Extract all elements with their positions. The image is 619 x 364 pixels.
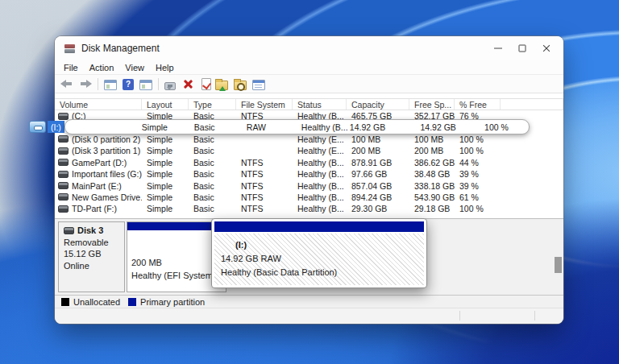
- table-row[interactable]: New Games Drive... Simple Basic NTFS Hea…: [55, 192, 563, 203]
- freespace-cell: 386.62 GB: [409, 158, 455, 168]
- legend-bar: Unallocated Primary partition: [55, 295, 563, 308]
- table-row[interactable]: TD-Part (F:) Simple Basic NTFS Healthy (…: [55, 203, 563, 214]
- volume-name: Important files (G:): [72, 169, 142, 179]
- status-cell: Healthy (B...: [293, 192, 347, 202]
- statusbar-divider: [534, 311, 535, 321]
- status-cell: Healthy (B...: [293, 204, 347, 213]
- type-cell: Basic: [194, 122, 247, 132]
- dragged-partition-box[interactable]: (I:) 14.92 GB RAW Healthy (Basic Data Pa…: [211, 218, 427, 288]
- status-cell: Healthy (B...: [293, 169, 347, 179]
- table-row[interactable]: GamePart (D:) Simple Basic NTFS Healthy …: [55, 157, 563, 168]
- volume-list: Volume Layout Type File System Status Ca…: [55, 93, 563, 218]
- filesystem-cell: RAW: [247, 122, 301, 132]
- status-cell: Healthy (B...: [293, 158, 347, 168]
- action-bubble-icon[interactable]: [164, 82, 176, 90]
- window-controls: [486, 37, 559, 60]
- maximize-button[interactable]: [510, 37, 534, 60]
- dragged-volume-row[interactable]: (I:) Simple Basic RAW Healthy (B... 14.9…: [29, 118, 530, 135]
- filesystem-cell: NTFS: [236, 192, 293, 202]
- layout-cell: Simple: [142, 122, 194, 132]
- capacity-cell: 857.04 GB: [347, 181, 409, 191]
- column-header-freespace[interactable]: Free Sp...: [409, 99, 455, 110]
- pctfree-cell: 39 %: [455, 181, 501, 191]
- layout-cell: Simple: [142, 181, 189, 191]
- efi-partition-status: Healthy (EFI System: [131, 269, 224, 282]
- help-icon[interactable]: ?: [123, 79, 134, 90]
- close-button[interactable]: [534, 37, 559, 60]
- volume-name: (Disk 0 partition 2): [72, 134, 140, 144]
- close-icon: [542, 44, 551, 53]
- disk-management-app-icon: [64, 44, 75, 53]
- column-header-type[interactable]: Type: [189, 99, 236, 110]
- console-window-icon[interactable]: [139, 80, 152, 90]
- minimize-button[interactable]: [486, 37, 510, 60]
- disk-size: 15.12 GB: [64, 248, 124, 260]
- column-header-volume[interactable]: Volume: [55, 99, 142, 110]
- properties-icon[interactable]: [252, 80, 265, 90]
- titlebar[interactable]: Disk Management: [55, 36, 563, 60]
- show-console-tree-icon[interactable]: [104, 80, 117, 90]
- column-header-capacity[interactable]: Capacity: [347, 99, 409, 110]
- disk-status: Online: [64, 260, 124, 272]
- desktop-wallpaper: Disk Management File Action View Help ?: [0, 0, 619, 364]
- primary-partition-bar: [214, 221, 424, 232]
- folder-open-icon[interactable]: [215, 81, 228, 90]
- disk3-panel[interactable]: Disk 3 Removable 15.12 GB Online: [58, 221, 125, 292]
- column-header-status[interactable]: Status: [293, 99, 347, 110]
- status-bar: [55, 308, 563, 324]
- type-cell: Basic: [189, 192, 236, 202]
- type-cell: Basic: [189, 169, 236, 179]
- layout-cell: Simple: [142, 146, 189, 155]
- folder-search-icon[interactable]: [234, 81, 247, 90]
- pctfree-cell: 44 %: [455, 158, 501, 168]
- freespace-cell: 29.18 GB: [409, 204, 455, 213]
- column-header-layout[interactable]: Layout: [142, 99, 189, 110]
- menu-view[interactable]: View: [119, 63, 150, 72]
- status-cell: Healthy (B...: [301, 122, 350, 132]
- volume-name: New Games Drive...: [72, 192, 142, 202]
- volume-name: MainPart (E:): [72, 181, 122, 191]
- status-cell: Healthy (E...: [293, 134, 347, 144]
- freespace-cell: 14.92 GB: [418, 122, 456, 132]
- volume-icon: [58, 159, 69, 166]
- disk-management-window: Disk Management File Action View Help ?: [55, 36, 563, 324]
- capacity-cell: 894.24 GB: [347, 192, 409, 202]
- freespace-cell: 38.48 GB: [409, 169, 455, 179]
- drag-size-line: 14.92 GB RAW: [221, 252, 424, 266]
- table-row[interactable]: Important files (G:) Simple Basic NTFS H…: [55, 168, 563, 180]
- capacity-cell: 29.30 GB: [347, 204, 409, 213]
- menu-help[interactable]: Help: [150, 63, 180, 72]
- toolbar: ?: [55, 75, 563, 93]
- capacity-cell: 200 MB: [347, 146, 409, 155]
- freespace-cell: 338.18 GB: [409, 181, 455, 191]
- disk-icon: [64, 227, 74, 234]
- delete-volume-icon[interactable]: [181, 77, 194, 90]
- efi-partition-size: 200 MB: [131, 256, 224, 269]
- primary-partition-swatch: [128, 298, 136, 306]
- volume-name: TD-Part (F:): [72, 204, 117, 213]
- scrollbar-thumb[interactable]: [555, 257, 562, 273]
- pctfree-cell: 100 %: [455, 146, 501, 155]
- menu-bar: File Action View Help: [55, 60, 563, 75]
- volume-name: GamePart (D:): [72, 158, 127, 168]
- menu-file[interactable]: File: [58, 63, 84, 72]
- column-header-pctfree[interactable]: % Free: [455, 99, 501, 110]
- freespace-cell: 200 MB: [409, 146, 455, 155]
- volume-icon: [58, 182, 69, 189]
- table-row[interactable]: (Disk 3 partition 1) Simple Basic Health…: [55, 145, 563, 156]
- volume-name: (Disk 3 partition 1): [72, 146, 140, 155]
- forward-icon[interactable]: [79, 77, 92, 90]
- partition-hatch-body: (I:) 14.92 GB RAW Healthy (Basic Data Pa…: [214, 234, 424, 285]
- freespace-cell: 543.90 GB: [409, 192, 455, 202]
- capacity-cell: 878.91 GB: [347, 158, 409, 168]
- back-icon[interactable]: [60, 77, 73, 90]
- volume-icon: [58, 171, 69, 178]
- status-cell: Healthy (E...: [293, 146, 347, 155]
- pctfree-cell: 100 %: [456, 122, 509, 132]
- menu-action[interactable]: Action: [84, 63, 120, 72]
- legend-primary-label: Primary partition: [140, 297, 205, 307]
- table-row[interactable]: MainPart (E:) Simple Basic NTFS Healthy …: [55, 180, 563, 191]
- capacity-cell: 100 MB: [347, 134, 409, 144]
- check-document-icon[interactable]: [201, 78, 211, 90]
- column-header-filesystem[interactable]: File System: [236, 99, 293, 110]
